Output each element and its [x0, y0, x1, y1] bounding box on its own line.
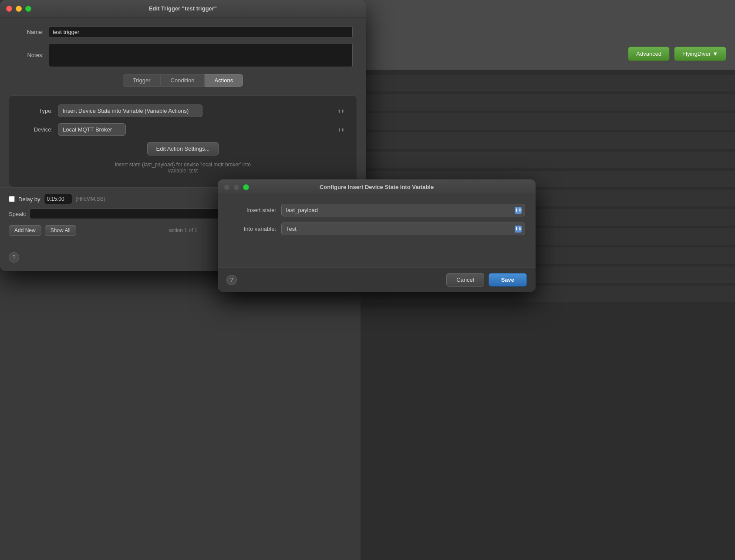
configure-save-button[interactable]: Save — [489, 273, 527, 287]
type-row: Type: Insert Device State into Variable … — [18, 105, 348, 117]
traffic-lights — [6, 6, 31, 12]
name-label: Name: — [13, 29, 44, 35]
bg-row — [361, 113, 735, 130]
dialog-title: Edit Trigger "test trigger" — [149, 5, 217, 12]
delay-format: (HH:MM:SS) — [76, 196, 105, 202]
name-row: Name: — [13, 26, 353, 38]
close-button[interactable] — [6, 6, 12, 12]
configure-title: Configure Insert Device State into Varia… — [320, 184, 434, 190]
configure-body: Insert state: last_payload ⬆⬇ Into varia… — [218, 195, 536, 267]
configure-footer: ? Cancel Save — [218, 267, 536, 292]
type-label: Type: — [18, 108, 53, 114]
device-select[interactable]: Local MQTT Broker — [58, 123, 126, 136]
configure-footer-buttons: Cancel Save — [446, 273, 527, 287]
configure-close-button[interactable] — [224, 184, 230, 190]
insert-state-select[interactable]: last_payload — [281, 204, 525, 216]
configure-titlebar: Configure Insert Device State into Varia… — [218, 179, 536, 195]
flyingdiver-button[interactable]: FlyingDiver ▼ — [674, 47, 726, 61]
maximize-button[interactable] — [25, 6, 31, 12]
bg-row — [361, 75, 735, 91]
configure-spacer — [228, 241, 525, 259]
device-label: Device: — [18, 126, 53, 133]
bg-row — [361, 132, 735, 149]
help-button[interactable]: ? — [9, 252, 19, 263]
edit-action-settings-button[interactable]: Edit Action Settings... — [147, 142, 219, 155]
dialog-titlebar: Edit Trigger "test trigger" — [0, 0, 366, 17]
configure-dialog: Configure Insert Device State into Varia… — [218, 179, 536, 292]
insert-state-label: Insert state: — [228, 207, 276, 213]
dropdown-arrow-icon: ▼ — [712, 51, 718, 57]
device-row: Device: Local MQTT Broker — [18, 123, 348, 136]
tab-condition[interactable]: Condition — [161, 74, 205, 87]
into-variable-row: Into variable: Test ⬆⬇ — [228, 223, 525, 235]
configure-help-button[interactable]: ? — [226, 275, 237, 285]
type-select-wrapper: Insert Device State into Variable (Varia… — [58, 105, 348, 117]
insert-state-select-wrapper: last_payload ⬆⬇ — [281, 204, 525, 216]
configure-maximize-button[interactable] — [243, 184, 249, 190]
delay-label: Delay by — [18, 196, 40, 202]
insert-state-row: Insert state: last_payload ⬆⬇ — [228, 204, 525, 216]
into-variable-select[interactable]: Test — [281, 223, 525, 235]
delay-time-input[interactable] — [44, 194, 72, 204]
tab-actions[interactable]: Actions — [205, 74, 243, 87]
action-description: insert state (last_payload) for device '… — [18, 162, 348, 174]
notes-textarea[interactable] — [49, 43, 353, 67]
notes-row: Notes: — [13, 43, 353, 67]
tab-trigger[interactable]: Trigger — [123, 74, 161, 87]
bg-row — [361, 94, 735, 111]
delay-checkbox[interactable] — [9, 196, 15, 202]
name-input[interactable] — [49, 26, 353, 38]
device-select-wrapper: Local MQTT Broker — [58, 123, 348, 136]
configure-minimize-button[interactable] — [233, 184, 239, 190]
bg-row — [361, 152, 735, 168]
background-top: Advanced FlyingDiver ▼ — [361, 0, 735, 70]
dialog-body: Name: Notes: Trigger Condition Actions — [0, 17, 366, 95]
type-select[interactable]: Insert Device State into Variable (Varia… — [58, 105, 202, 117]
actions-panel: Type: Insert Device State into Variable … — [9, 95, 357, 187]
advanced-button[interactable]: Advanced — [628, 47, 670, 61]
tabs-container: Trigger Condition Actions — [13, 74, 353, 87]
speak-label: Speak: — [9, 211, 26, 217]
configure-cancel-button[interactable]: Cancel — [446, 273, 484, 287]
minimize-button[interactable] — [16, 6, 22, 12]
into-variable-select-wrapper: Test ⬆⬇ — [281, 223, 525, 235]
notes-label: Notes: — [13, 52, 44, 58]
add-new-button[interactable]: Add New — [9, 225, 41, 236]
configure-traffic-lights — [224, 184, 249, 190]
show-all-button[interactable]: Show All — [45, 225, 76, 236]
into-variable-label: Into variable: — [228, 226, 276, 232]
